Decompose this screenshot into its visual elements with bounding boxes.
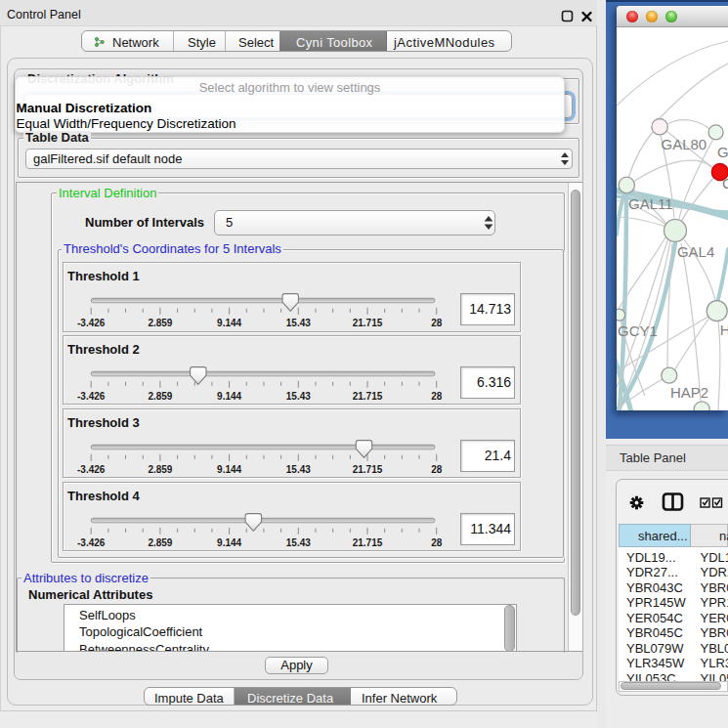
svg-text:9.144: 9.144 bbox=[217, 318, 241, 328]
svg-text:15.43: 15.43 bbox=[285, 318, 310, 328]
svg-text:-3.426: -3.426 bbox=[77, 390, 106, 401]
svg-text:21.715: 21.715 bbox=[352, 318, 382, 328]
svg-text:9.144: 9.144 bbox=[217, 536, 241, 547]
svg-text:-3.426: -3.426 bbox=[77, 536, 106, 547]
svg-text:GAL80: GAL80 bbox=[662, 136, 707, 152]
svg-text:-3.426: -3.426 bbox=[77, 463, 106, 474]
svg-text:21.715: 21.715 bbox=[352, 390, 382, 401]
svg-text:28: 28 bbox=[431, 390, 443, 401]
svg-text:-3.426: -3.426 bbox=[77, 318, 106, 328]
svg-text:28: 28 bbox=[431, 318, 443, 328]
svg-text:9.144: 9.144 bbox=[217, 463, 241, 474]
svg-text:2.859: 2.859 bbox=[148, 536, 172, 547]
svg-text:C: C bbox=[722, 175, 728, 192]
svg-text:H: H bbox=[720, 321, 728, 338]
svg-text:2.859: 2.859 bbox=[148, 463, 172, 474]
svg-text:15.43: 15.43 bbox=[285, 536, 310, 547]
svg-text:28: 28 bbox=[431, 463, 443, 474]
svg-text:GCY1: GCY1 bbox=[618, 322, 658, 339]
svg-text:9.144: 9.144 bbox=[217, 390, 241, 401]
svg-text:15.43: 15.43 bbox=[285, 463, 310, 474]
svg-text:2.859: 2.859 bbox=[148, 390, 172, 401]
svg-text:GAL4: GAL4 bbox=[677, 243, 714, 260]
svg-text:21.715: 21.715 bbox=[352, 463, 382, 474]
svg-text:GAL11: GAL11 bbox=[628, 195, 673, 212]
svg-text:15.43: 15.43 bbox=[285, 390, 310, 401]
svg-text:21.715: 21.715 bbox=[352, 536, 382, 547]
svg-text:GA: GA bbox=[717, 144, 728, 160]
svg-text:28: 28 bbox=[431, 536, 443, 547]
svg-text:2.859: 2.859 bbox=[148, 318, 172, 328]
svg-text:HAP2: HAP2 bbox=[670, 384, 708, 401]
